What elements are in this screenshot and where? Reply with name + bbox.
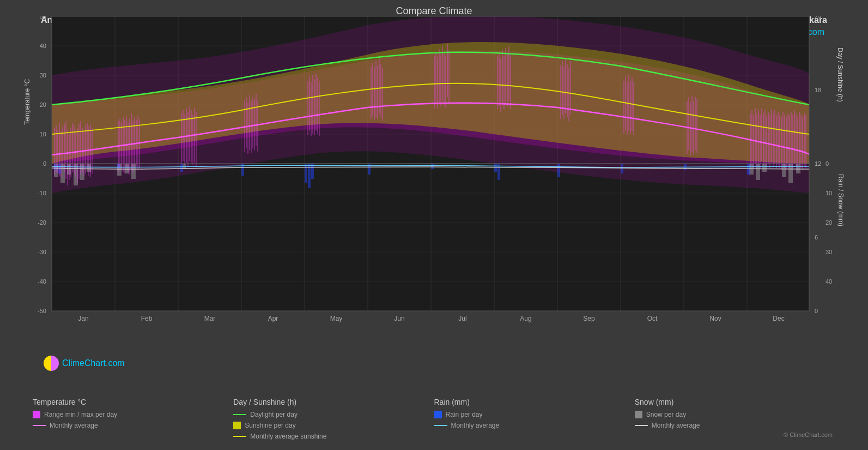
svg-text:30: 30 xyxy=(40,72,46,79)
svg-rect-72 xyxy=(782,164,786,177)
legend-label-rain-avg: Monthly average xyxy=(451,422,500,429)
svg-text:-50: -50 xyxy=(38,308,46,314)
svg-text:18: 18 xyxy=(815,87,821,93)
svg-text:0: 0 xyxy=(825,160,829,167)
legend-title-temperature: Temperature °C xyxy=(33,398,233,406)
svg-text:Oct: Oct xyxy=(647,315,658,322)
svg-text:20: 20 xyxy=(40,101,46,108)
svg-text:Feb: Feb xyxy=(141,315,153,322)
legend-item-daylight: Daylight per day xyxy=(233,411,434,418)
right-axis-label-top: Day / Sunshine (h) xyxy=(836,47,843,101)
svg-text:-40: -40 xyxy=(38,278,46,285)
svg-text:10: 10 xyxy=(40,131,46,137)
legend-label-temp-range: Range min / max per day xyxy=(44,411,117,418)
legend-label-sunshine-avg: Monthly average sunshine xyxy=(250,433,326,440)
legend-column-rain: Rain (mm) Rain per day Monthly average xyxy=(434,398,635,440)
legend-item-snow-day: Snow per day xyxy=(635,411,835,418)
svg-rect-74 xyxy=(796,164,800,173)
legend-item-rain-day: Rain per day xyxy=(434,411,635,418)
svg-text:24: 24 xyxy=(815,16,821,20)
svg-text:-20: -20 xyxy=(38,219,46,226)
svg-rect-87 xyxy=(557,164,560,177)
svg-text:Nov: Nov xyxy=(709,315,721,322)
svg-text:May: May xyxy=(330,315,343,322)
svg-text:40: 40 xyxy=(825,278,832,285)
legend-area: Temperature °C Range min / max per day M… xyxy=(33,398,835,440)
svg-text:Aug: Aug xyxy=(520,315,531,322)
legend-label-rain-day: Rain per day xyxy=(446,411,483,418)
logo-icon-bl xyxy=(44,356,59,371)
page-container: Compare Climate Ankara Ankara ClimeChart… xyxy=(0,0,868,450)
svg-text:30: 30 xyxy=(825,249,832,255)
legend-title-sunshine: Day / Sunshine (h) xyxy=(233,398,434,406)
svg-rect-82 xyxy=(311,164,314,179)
svg-text:Sep: Sep xyxy=(583,315,595,322)
legend-line-rain-avg xyxy=(434,425,447,426)
legend-title-snow: Snow (mm) xyxy=(635,398,835,406)
copyright: © ClimeChart.com xyxy=(784,431,833,438)
svg-text:Dec: Dec xyxy=(773,315,784,322)
legend-column-sunshine: Day / Sunshine (h) Daylight per day Suns… xyxy=(233,398,434,440)
legend-item-temp-avg: Monthly average xyxy=(33,422,233,429)
legend-item-sunshine-day: Sunshine per day xyxy=(233,422,434,429)
right-axis-label-bottom: Rain / Snow (mm) xyxy=(837,174,845,226)
legend-swatch-sunshine-day xyxy=(233,422,241,429)
svg-rect-85 xyxy=(494,164,497,172)
legend-swatch-rain-day xyxy=(434,411,442,418)
svg-rect-80 xyxy=(305,164,307,183)
logo-text-bl: ClimeChart.com xyxy=(62,358,125,368)
legend-item-rain-avg: Monthly average xyxy=(434,422,635,429)
svg-rect-71 xyxy=(762,164,767,172)
svg-text:0: 0 xyxy=(43,160,46,167)
svg-text:Jun: Jun xyxy=(394,315,404,322)
main-chart: 50 40 30 20 10 0 -10 -20 -30 -40 -50 24 … xyxy=(30,16,836,338)
svg-text:10: 10 xyxy=(825,190,832,196)
legend-label-sunshine-day: Sunshine per day xyxy=(245,422,295,429)
svg-rect-84 xyxy=(431,164,434,169)
svg-text:-30: -30 xyxy=(38,249,46,255)
svg-text:Mar: Mar xyxy=(204,315,216,322)
svg-text:6: 6 xyxy=(815,234,818,241)
legend-line-temp-avg xyxy=(33,425,46,426)
svg-text:12: 12 xyxy=(815,160,821,167)
svg-text:-10: -10 xyxy=(38,190,46,196)
legend-title-rain: Rain (mm) xyxy=(434,398,635,406)
legend-line-snow-avg xyxy=(635,425,648,426)
svg-rect-67 xyxy=(131,164,136,179)
svg-rect-78 xyxy=(180,164,183,172)
svg-rect-88 xyxy=(621,164,623,173)
legend-label-daylight: Daylight per day xyxy=(250,411,298,418)
svg-text:50: 50 xyxy=(40,16,46,20)
legend-line-daylight xyxy=(233,414,246,415)
svg-text:0: 0 xyxy=(815,308,818,314)
svg-text:20: 20 xyxy=(825,219,832,226)
legend-column-temperature: Temperature °C Range min / max per day M… xyxy=(33,398,233,440)
legend-item-snow-avg: Monthly average xyxy=(635,422,835,429)
legend-label-snow-day: Snow per day xyxy=(646,411,686,418)
svg-text:Jul: Jul xyxy=(458,315,466,322)
legend-swatch-temp-range xyxy=(33,411,40,418)
svg-text:Jan: Jan xyxy=(78,315,88,322)
legend-item-temp-range: Range min / max per day xyxy=(33,411,233,418)
legend-item-sunshine-avg: Monthly average sunshine xyxy=(233,433,434,440)
legend-label-temp-avg: Monthly average xyxy=(50,422,98,429)
legend-swatch-snow-day xyxy=(635,411,642,418)
svg-text:40: 40 xyxy=(40,43,46,49)
svg-rect-66 xyxy=(125,164,129,173)
logo-bottom-left: ClimeChart.com xyxy=(44,356,125,371)
svg-text:Apr: Apr xyxy=(268,315,278,322)
legend-line-sunshine-avg xyxy=(233,436,246,437)
legend-label-snow-avg: Monthly average xyxy=(652,422,700,429)
page-title: Compare Climate xyxy=(0,0,868,17)
svg-rect-70 xyxy=(756,164,760,180)
